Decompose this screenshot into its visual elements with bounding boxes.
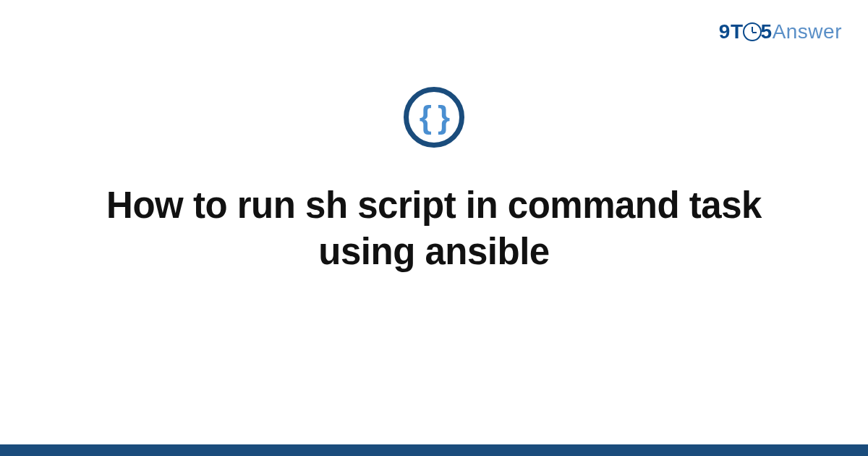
site-logo: 9T 5 Answer xyxy=(719,20,842,43)
logo-text-9t: 9T xyxy=(719,20,744,43)
logo-text-5: 5 xyxy=(761,20,773,43)
code-braces-glyph: { } xyxy=(420,101,448,133)
footer-accent-bar xyxy=(0,444,868,456)
code-braces-icon: { } xyxy=(404,87,464,148)
clock-icon xyxy=(743,22,762,41)
main-content: { } How to run sh script in command task… xyxy=(0,87,868,275)
logo-text-answer: Answer xyxy=(773,20,842,43)
page-title: How to run sh script in command task usi… xyxy=(72,182,796,275)
